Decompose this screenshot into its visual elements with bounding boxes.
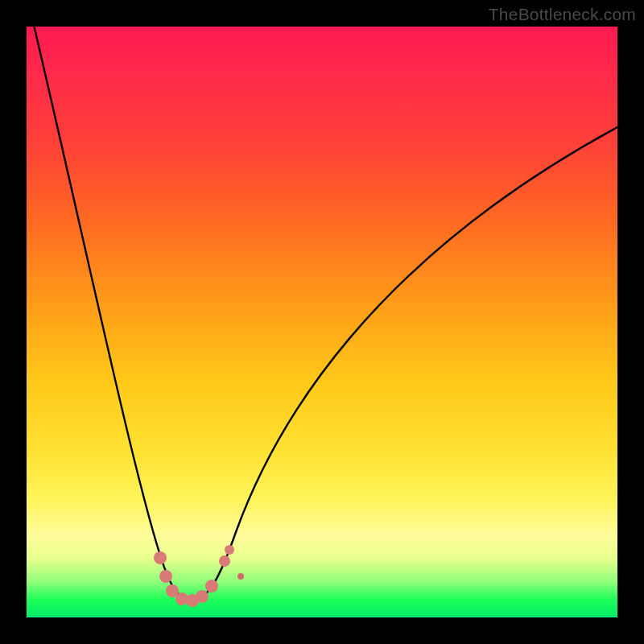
chart-area [27, 27, 617, 617]
marker-dot [159, 570, 172, 583]
chart-svg [27, 27, 617, 617]
curve-markers [154, 545, 244, 607]
marker-dot [196, 590, 208, 603]
bottleneck-curve [27, 27, 617, 601]
marker-dot [225, 545, 234, 555]
marker-dot [219, 555, 230, 567]
marker-dot [154, 551, 167, 564]
marker-dot [237, 573, 244, 580]
watermark-text: TheBottleneck.com [489, 5, 636, 24]
marker-dot [205, 580, 218, 592]
